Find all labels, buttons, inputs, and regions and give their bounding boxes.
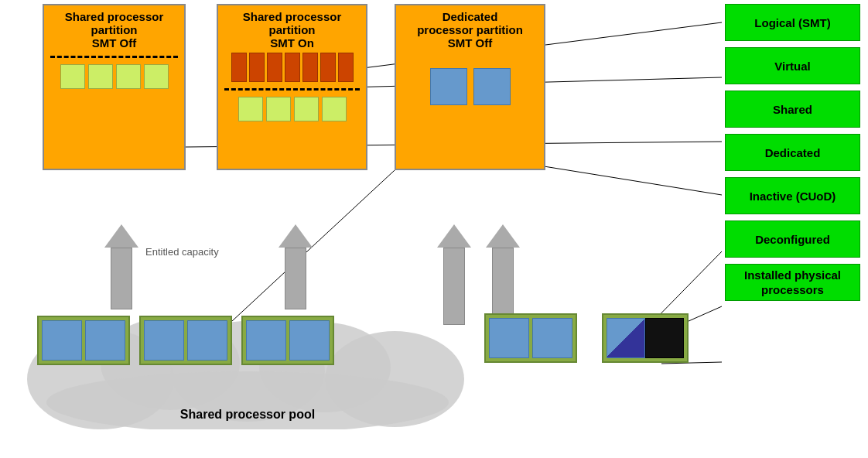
arrow-head: [437, 224, 471, 248]
vproc-bar: [320, 53, 336, 82]
pool-group-2: [139, 316, 232, 365]
dedicated-procs: [430, 68, 511, 105]
shared-procs-2: [238, 97, 347, 121]
pool-proc: [187, 320, 227, 361]
partition-dedicated-smt-off: Dedicatedprocessor partitionSMT Off: [395, 4, 545, 170]
dashed-divider-1: [50, 56, 178, 58]
legend-inactive-cuod: Inactive (CUoD): [725, 177, 860, 214]
shared-proc: [266, 97, 291, 121]
shared-proc: [88, 64, 113, 89]
partition-shared-smt-off: Shared processorpartitionSMT Off: [43, 4, 186, 170]
pool-proc: [532, 318, 572, 358]
vproc-bar: [285, 53, 300, 82]
pool-proc: [489, 318, 529, 358]
legend-shared: Shared: [725, 91, 860, 128]
legend: Logical (SMT) Virtual Shared Dedicated I…: [725, 4, 860, 301]
shared-procs-1: [60, 64, 169, 89]
shared-proc: [238, 97, 263, 121]
shared-proc: [116, 64, 141, 89]
arrow-head: [104, 224, 138, 248]
entitled-capacity-label: Entitled capacity: [145, 246, 219, 258]
partition-shared-smt-on: Shared processorpartitionSMT On: [217, 4, 367, 170]
arrow-head: [279, 224, 313, 248]
legend-deconfigured: Deconfigured: [725, 220, 860, 258]
arrow-up-4: [486, 224, 520, 325]
partition-1-title: Shared processorpartitionSMT Off: [62, 5, 167, 53]
pool-group-1: [37, 316, 130, 365]
pool-proc: [144, 320, 184, 361]
legend-dedicated: Dedicated: [725, 134, 860, 171]
partition-3-title: Dedicatedprocessor partitionSMT Off: [414, 5, 526, 53]
cloud-label: Shared processor pool: [180, 408, 315, 422]
partition-2-title: Shared processorpartitionSMT On: [240, 5, 345, 53]
installed-phys-pool: [602, 313, 689, 363]
deconfigured-proc: [645, 318, 684, 358]
dedicated-proc: [473, 68, 511, 105]
vproc-bar: [338, 53, 354, 82]
virtual-proc-row: [231, 53, 354, 82]
vproc-bar: [267, 53, 282, 82]
shared-proc: [294, 97, 319, 121]
pool-proc: [289, 320, 330, 361]
dashed-divider-2: [224, 88, 360, 91]
pool-proc: [85, 320, 125, 361]
vproc-bar: [249, 53, 265, 82]
inactive-proc: [607, 318, 645, 358]
pool-proc: [42, 320, 82, 361]
arrow-head: [486, 224, 520, 248]
vproc-bar: [302, 53, 318, 82]
pool-group-3: [241, 316, 334, 365]
legend-virtual: Virtual: [725, 47, 860, 84]
vproc-bar: [231, 53, 247, 82]
shared-proc: [144, 64, 169, 89]
diagram-container: Shared processorpartitionSMT Off Shared …: [0, 0, 868, 458]
shared-proc: [322, 97, 347, 121]
dedicated-proc: [430, 68, 467, 105]
legend-logical-smt: Logical (SMT): [725, 4, 860, 41]
dedicated-phys-pool: [484, 313, 577, 363]
shared-processor-pool: Shared processor pool: [23, 294, 472, 429]
legend-installed-physical: Installed physicalprocessors: [725, 264, 860, 301]
shared-proc: [60, 64, 85, 89]
pool-proc: [246, 320, 286, 361]
cloud-procs: [37, 316, 334, 365]
